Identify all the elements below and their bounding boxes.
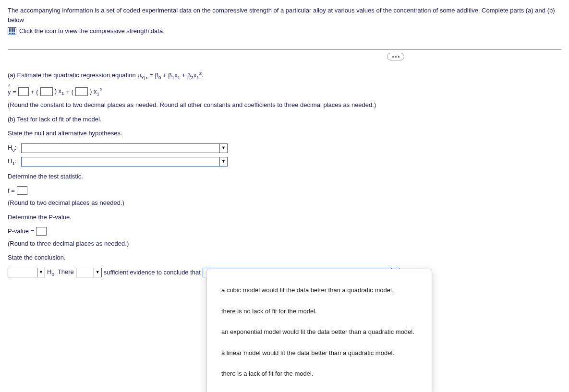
table-icon xyxy=(8,27,16,35)
p-round-hint: (Round to three decimal places as needed… xyxy=(8,239,561,249)
pvalue-input[interactable] xyxy=(36,227,47,236)
conclusion-dropdown-panel: a cubic model would fit the data better … xyxy=(206,269,432,286)
f-row: f = xyxy=(8,186,561,196)
part-a-prompt: (a) Estimate the quadratic regression eq… xyxy=(8,70,561,82)
dropdown-option[interactable]: a cubic model would fit the data better … xyxy=(220,280,418,286)
determine-statistic: Determine the test statistic. xyxy=(8,172,561,181)
reject-select[interactable]: ▼ xyxy=(8,268,45,277)
y-hat-symbol: y xyxy=(8,87,11,97)
view-data-link[interactable]: Click the icon to view the compressive s… xyxy=(8,26,561,36)
h0-row: H0: ▼ xyxy=(8,143,561,154)
chevron-down-icon: ▼ xyxy=(219,157,227,166)
determine-pvalue: Determine the P-value. xyxy=(8,213,561,222)
chevron-down-icon: ▼ xyxy=(94,268,101,277)
state-conclusion: State the conclusion. xyxy=(8,253,561,262)
view-data-label: Click the icon to view the compressive s… xyxy=(19,26,165,36)
is-isnot-select[interactable]: ▼ xyxy=(76,268,102,277)
f-round-hint: (Round to two decimal places as needed.) xyxy=(8,198,561,208)
b0-input[interactable] xyxy=(18,87,29,96)
part-b-header: (b) Test for lack of fit of the model. xyxy=(8,115,561,124)
p-row: P-value = xyxy=(8,226,561,236)
yhat-equation: y = + ( ) x1 + ( ) x12 xyxy=(8,86,561,98)
part-a-round-hint: (Round the constant to two decimal place… xyxy=(8,100,561,110)
state-hypotheses: State the null and alternative hypothese… xyxy=(8,129,561,138)
h1-row: H1: ▼ xyxy=(8,156,561,167)
h1-select[interactable]: ▼ xyxy=(21,157,228,166)
divider xyxy=(8,49,561,50)
intro-text: The accompanying information is a set of… xyxy=(8,6,561,24)
f-input[interactable] xyxy=(17,186,27,195)
more-options-pill[interactable] xyxy=(387,53,404,60)
h0-select[interactable]: ▼ xyxy=(21,143,228,153)
chevron-down-icon: ▼ xyxy=(219,144,227,153)
chevron-down-icon: ▼ xyxy=(37,268,45,277)
b2-input[interactable] xyxy=(75,87,88,96)
b1-input[interactable] xyxy=(40,87,53,96)
